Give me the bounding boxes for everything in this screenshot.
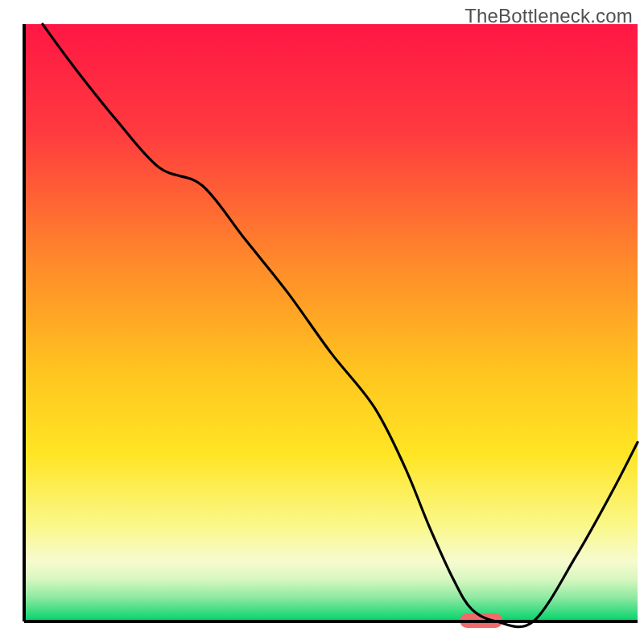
- chart-svg: [0, 0, 644, 644]
- plot-background: [24, 24, 638, 621]
- bottleneck-chart: TheBottleneck.com: [0, 0, 644, 644]
